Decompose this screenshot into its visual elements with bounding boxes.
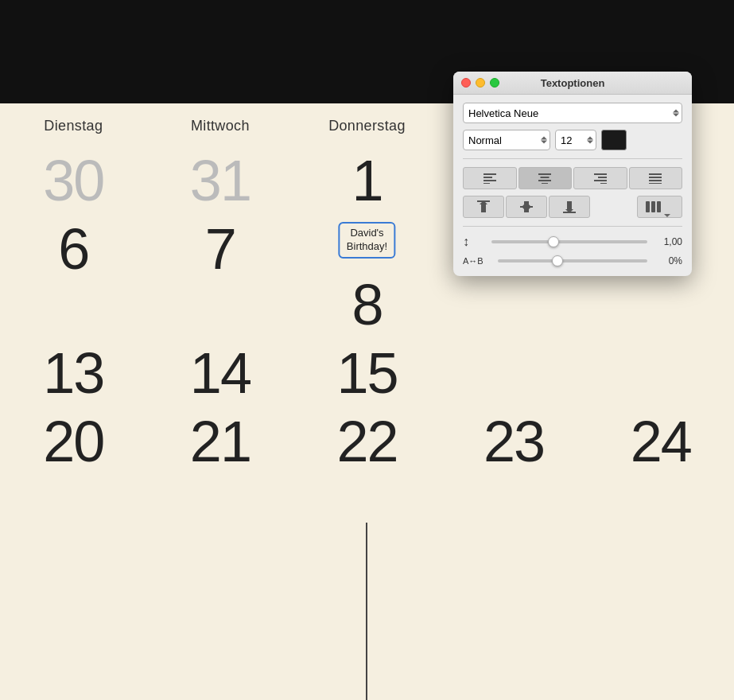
valign-middle-icon <box>520 200 533 213</box>
align-left-button[interactable] <box>463 167 517 189</box>
line-spacing-label: ↕ <box>463 235 485 249</box>
font-size-select[interactable]: 12 10 11 14 18 24 36 48 72 <box>555 130 596 150</box>
font-style-wrapper: Normal Bold Italic Bold Italic <box>463 130 550 150</box>
calendar-cell-23[interactable]: 23 <box>441 413 588 470</box>
line-spacing-track[interactable] <box>491 240 647 243</box>
align-justify-icon <box>649 173 662 184</box>
day-header-donnerstag: Donnerstag <box>293 118 441 134</box>
svg-rect-9 <box>598 177 607 178</box>
divider-1 <box>463 158 682 159</box>
day-number-24: 24 <box>631 413 691 470</box>
calendar-cell-14[interactable]: 14 <box>147 344 294 402</box>
svg-rect-12 <box>649 173 662 175</box>
textoptionen-panel: Textoptionen Helvetica Neue Normal Bold <box>453 72 692 276</box>
svg-rect-5 <box>541 177 550 178</box>
line-spacing-value: 1,00 <box>654 236 682 247</box>
line-spacing-thumb[interactable] <box>548 236 559 247</box>
svg-rect-6 <box>538 180 551 181</box>
panel-body: Helvetica Neue Normal Bold Italic Bold I… <box>453 95 692 276</box>
char-spacing-track[interactable] <box>498 259 647 262</box>
svg-marker-22 <box>522 208 530 212</box>
divider-2 <box>463 226 682 227</box>
calendar-row-3: 13 14 15 <box>0 333 734 402</box>
calendar-cell-31[interactable]: 31 <box>147 152 294 209</box>
calendar-cell-15[interactable]: 15 <box>293 344 441 402</box>
calendar-cell-1[interactable]: 1 <box>293 152 441 209</box>
font-size-wrapper: 12 10 11 14 18 24 36 48 72 <box>555 130 596 150</box>
maximize-button[interactable] <box>490 78 499 88</box>
svg-rect-7 <box>542 183 548 184</box>
align-right-button[interactable] <box>573 167 627 189</box>
calendar-cell-30[interactable]: 30 <box>0 152 147 209</box>
svg-rect-0 <box>484 173 496 175</box>
day-number-20: 20 <box>43 413 103 470</box>
day-number-1: 1 <box>351 152 382 209</box>
align-center-button[interactable] <box>518 167 573 189</box>
alignment-row <box>463 167 682 189</box>
close-button[interactable] <box>461 78 471 88</box>
font-style-select[interactable]: Normal Bold Italic Bold Italic <box>463 130 550 150</box>
day-number-30: 30 <box>43 152 103 209</box>
columns-arrow <box>664 214 670 217</box>
calendar-cell-8[interactable]: David'sBirthday! 8 <box>293 220 441 333</box>
valign-middle-button[interactable] <box>506 196 547 218</box>
char-spacing-thumb[interactable] <box>552 255 563 266</box>
svg-rect-3 <box>484 183 490 184</box>
valign-bottom-icon <box>563 200 576 213</box>
columns-icon <box>646 201 661 212</box>
svg-rect-8 <box>594 173 607 175</box>
svg-rect-13 <box>649 177 662 178</box>
day-number-21: 21 <box>190 413 250 470</box>
valign-top-icon <box>477 200 490 213</box>
calendar-row-4: 20 21 22 23 24 <box>0 402 734 470</box>
align-left-icon <box>484 173 496 184</box>
line-spacing-row: ↕ 1,00 <box>463 235 682 249</box>
char-spacing-label: A↔B <box>463 256 491 266</box>
char-spacing-row: A↔B 0% <box>463 255 682 266</box>
columns-button[interactable] <box>637 196 682 218</box>
calendar-cell-21[interactable]: 21 <box>147 413 294 470</box>
day-number-23: 23 <box>484 413 544 470</box>
event-vertical-line <box>366 523 367 700</box>
day-number-13: 13 <box>43 344 103 402</box>
char-spacing-value: 0% <box>654 255 682 266</box>
align-right-icon <box>594 173 607 184</box>
style-size-row: Normal Bold Italic Bold Italic 12 10 11 … <box>463 130 682 150</box>
day-number-31: 31 <box>190 152 250 209</box>
font-name-select[interactable]: Helvetica Neue <box>463 103 682 123</box>
font-name-wrapper: Helvetica Neue <box>463 103 682 123</box>
day-number-22: 22 <box>336 413 397 470</box>
svg-rect-4 <box>538 173 551 175</box>
calendar-cell-24[interactable]: 24 <box>587 413 734 470</box>
day-number-15: 15 <box>336 344 397 402</box>
svg-rect-10 <box>594 180 607 181</box>
valign-bottom-button[interactable] <box>549 196 590 218</box>
day-header-dienstag: Dienstag <box>0 118 147 134</box>
panel-title: Textoptionen <box>541 77 605 89</box>
calendar-cell-13[interactable]: 13 <box>0 344 147 402</box>
valignment-row <box>463 196 682 218</box>
align-justify-button[interactable] <box>629 167 683 189</box>
valign-top-button[interactable] <box>463 196 504 218</box>
minimize-button[interactable] <box>476 78 485 88</box>
traffic-lights <box>461 78 499 88</box>
font-name-row: Helvetica Neue <box>463 103 682 123</box>
calendar-cell-22[interactable]: 22 <box>293 413 441 470</box>
svg-rect-11 <box>600 183 607 184</box>
event-birthday[interactable]: David'sBirthday! <box>339 222 395 259</box>
svg-marker-21 <box>522 202 530 206</box>
day-number-8: 8 <box>351 276 382 333</box>
font-color-swatch[interactable] <box>601 130 627 150</box>
svg-rect-1 <box>484 177 492 178</box>
align-center-icon <box>538 173 551 184</box>
calendar-cell-20[interactable]: 20 <box>0 413 147 470</box>
calendar-cell-6[interactable]: 6 <box>0 220 147 278</box>
svg-rect-15 <box>649 183 662 184</box>
day-number-6: 6 <box>58 220 88 278</box>
svg-rect-2 <box>484 180 496 181</box>
day-number-14: 14 <box>190 344 250 402</box>
calendar-cell-7[interactable]: 7 <box>147 220 294 278</box>
day-header-mittwoch: Mittwoch <box>147 118 294 134</box>
svg-rect-14 <box>649 180 662 181</box>
day-number-7: 7 <box>205 220 235 278</box>
